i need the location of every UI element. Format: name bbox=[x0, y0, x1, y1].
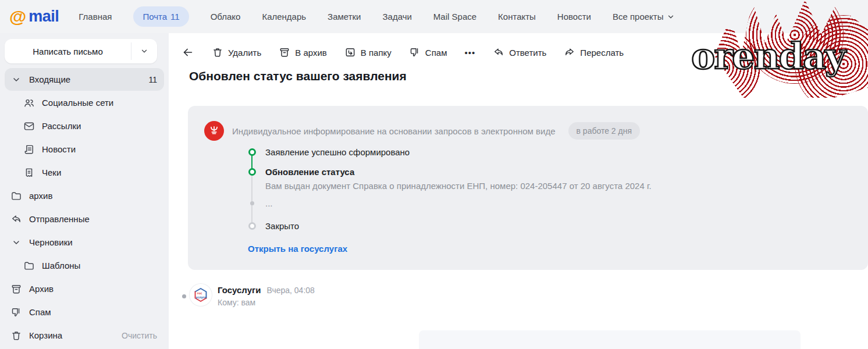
folder-label: Шаблоны bbox=[42, 261, 80, 270]
receipt-icon bbox=[23, 167, 35, 179]
step-title: Обновление статуса bbox=[265, 167, 354, 177]
newspaper-icon bbox=[23, 144, 35, 155]
message-toolbar: Удалить В архив В папку Спам ••• Ответит… bbox=[182, 46, 624, 59]
arrow-left-icon bbox=[182, 46, 194, 59]
nav-label: Почта bbox=[143, 12, 167, 22]
mailru-logo[interactable]: @ mail bbox=[9, 8, 59, 26]
timeline-step-updated: Обновление статуса bbox=[248, 165, 868, 178]
folders-sidebar: Написать письмо Входящие 11 Социальные с… bbox=[0, 33, 169, 349]
nav-item-calendar[interactable]: Календарь bbox=[262, 12, 306, 22]
chevron-down-icon bbox=[10, 237, 22, 248]
compose-button[interactable]: Написать письмо bbox=[5, 39, 157, 63]
people-icon bbox=[23, 97, 35, 109]
step-title: ... bbox=[265, 198, 273, 208]
fns-emblem-icon bbox=[204, 121, 224, 141]
forward-button[interactable]: Переслать bbox=[564, 47, 624, 58]
gosuslugi-status-card: Индивидуальное информирование на основан… bbox=[188, 106, 868, 270]
sender-info: Госуслуги Вчера, 04:08 Кому: вам bbox=[218, 284, 315, 307]
sidebar-item-drafts[interactable]: Черновики bbox=[5, 231, 164, 254]
timeline-step-ellipsis: ... bbox=[248, 197, 868, 209]
chevron-down-icon bbox=[667, 13, 675, 21]
sidebar-item-spam[interactable]: Спам bbox=[5, 301, 164, 323]
nav-label: Облако bbox=[211, 12, 241, 22]
sidebar-item-trash[interactable]: Корзина Очистить bbox=[5, 324, 164, 347]
sender-row[interactable]: гос услуги Госуслуги Вчера, 04:08 Кому: … bbox=[190, 284, 315, 307]
step-title: Закрыто bbox=[265, 221, 299, 231]
timeline-step-created: Заявление успешно сформировано bbox=[248, 145, 868, 158]
nav-label: Mail Space bbox=[433, 12, 476, 22]
nav-item-news[interactable]: Новости bbox=[557, 12, 591, 22]
folder-label: Черновики bbox=[29, 237, 73, 247]
message-timestamp: Вчера, 04:08 bbox=[267, 286, 315, 295]
logo-text: mail bbox=[29, 8, 59, 26]
folder-label: Новости bbox=[42, 144, 76, 154]
read-status-dot bbox=[182, 294, 186, 298]
archive-box-icon bbox=[279, 47, 290, 58]
spam-button[interactable]: Спам bbox=[409, 47, 447, 58]
sidebar-item-social[interactable]: Социальные сети bbox=[5, 91, 164, 114]
step-title: Заявление успешно сформировано bbox=[265, 147, 410, 157]
top-navigation-bar: @ mail Главная Почта 11 Облако Календарь… bbox=[0, 0, 868, 33]
tool-label: Ответить bbox=[509, 48, 546, 58]
sidebar-item-inbox[interactable]: Входящие 11 bbox=[5, 68, 164, 91]
email-subject: Обновлен статус вашего заявления bbox=[189, 69, 407, 83]
forward-arrow-icon bbox=[564, 47, 575, 58]
ellipsis-icon: ••• bbox=[464, 48, 475, 58]
open-on-gosuslugi-link[interactable]: Открыть на госуслугах bbox=[248, 244, 347, 254]
chevron-down-icon bbox=[10, 74, 22, 86]
nav-item-home[interactable]: Главная bbox=[79, 12, 112, 22]
mailru-app-window: @ mail Главная Почта 11 Облако Календарь… bbox=[0, 0, 868, 349]
envelope-icon bbox=[23, 120, 35, 132]
sender-name: Госуслуги bbox=[218, 285, 261, 295]
sent-arrow-icon bbox=[10, 213, 22, 225]
step-done-icon bbox=[248, 168, 256, 176]
chevron-down-icon bbox=[140, 47, 148, 55]
sidebar-item-templates[interactable]: Шаблоны bbox=[5, 254, 164, 277]
nav-item-all-projects[interactable]: Все проекты bbox=[613, 12, 675, 22]
tool-label: В архив bbox=[295, 48, 327, 58]
recipient-line: Кому: вам bbox=[218, 298, 315, 307]
folder-icon bbox=[10, 190, 22, 202]
nav-label: Календарь bbox=[262, 12, 306, 22]
folder-unread-count: 11 bbox=[148, 75, 157, 84]
nav-item-cloud[interactable]: Облако bbox=[211, 12, 241, 22]
sidebar-item-archive[interactable]: Архив bbox=[5, 277, 164, 300]
top-nav-items: Главная Почта 11 Облако Календарь Заметк… bbox=[79, 6, 675, 27]
compose-dropdown-button[interactable] bbox=[131, 39, 157, 63]
archive-button[interactable]: В архив bbox=[279, 47, 327, 58]
nav-label: Контакты bbox=[498, 12, 536, 22]
folder-move-icon bbox=[344, 47, 356, 58]
nav-item-mailspace[interactable]: Mail Space bbox=[433, 12, 476, 22]
more-actions-button[interactable]: ••• bbox=[464, 48, 475, 58]
delete-button[interactable]: Удалить bbox=[212, 47, 261, 58]
nav-label: Новости bbox=[557, 12, 591, 22]
folder-icon bbox=[23, 260, 35, 272]
sidebar-item-news[interactable]: Новости bbox=[5, 138, 164, 161]
sidebar-item-newsletters[interactable]: Рассылки bbox=[5, 115, 164, 137]
sidebar-item-sent[interactable]: Отправленные bbox=[5, 208, 164, 230]
reply-arrow-icon bbox=[493, 47, 504, 58]
nav-item-notes[interactable]: Заметки bbox=[328, 12, 361, 22]
step-pending-icon bbox=[248, 222, 256, 230]
sidebar-item-arhiv-folder[interactable]: архив bbox=[5, 184, 164, 207]
clear-trash-button[interactable]: Очистить bbox=[122, 331, 157, 340]
thumbs-down-icon bbox=[409, 47, 421, 58]
archive-box-icon bbox=[10, 283, 22, 295]
thumbs-down-icon bbox=[10, 307, 22, 318]
gosuslugi-logo-avatar: гос услуги bbox=[190, 284, 212, 306]
sidebar-item-receipts[interactable]: Чеки bbox=[5, 161, 164, 184]
folder-label: архив bbox=[29, 191, 52, 201]
status-card-header: Индивидуальное информирование на основан… bbox=[204, 121, 868, 141]
step-description: Вам выдан документ Справка о принадлежно… bbox=[265, 179, 868, 192]
trash-icon bbox=[10, 330, 22, 341]
back-button[interactable] bbox=[182, 46, 194, 59]
svg-text:услуги: услуги bbox=[195, 295, 207, 299]
nav-item-tasks[interactable]: Задачи bbox=[382, 12, 411, 22]
message-view: Удалить В архив В папку Спам ••• Ответит… bbox=[169, 33, 868, 349]
step-done-icon bbox=[248, 148, 256, 156]
nav-item-contacts[interactable]: Контакты bbox=[498, 12, 536, 22]
reply-button[interactable]: Ответить bbox=[493, 47, 546, 58]
nav-item-mail[interactable]: Почта 11 bbox=[133, 6, 188, 27]
move-to-folder-button[interactable]: В папку bbox=[344, 47, 392, 58]
folder-list: Входящие 11 Социальные сети Рассылки Нов… bbox=[0, 68, 169, 347]
